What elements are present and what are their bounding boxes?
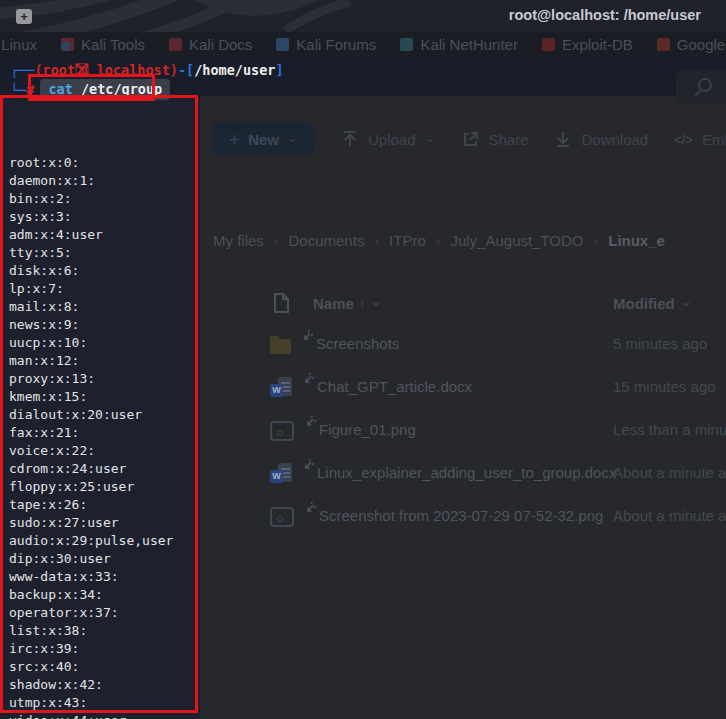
incoming-arrow-icon [302, 373, 315, 386]
terminal-output-line: disk:x:6: [9, 262, 173, 280]
breadcrumb-separator-icon: › [594, 233, 599, 249]
incoming-arrow-icon [301, 330, 314, 343]
terminal-output-line: cdrom:x:24:user [9, 460, 173, 478]
name-column-header[interactable]: Name ↑ ⌄ [313, 295, 381, 312]
breadcrumb-label[interactable]: July_August_TODO [450, 232, 583, 249]
bookmark-item[interactable]: Kali Forums [276, 36, 376, 53]
embed-code-icon: </> [674, 132, 693, 147]
sort-ascending-icon: ↑ [359, 296, 366, 311]
bookmark-item[interactable]: Kali Docs [169, 36, 252, 53]
download-button[interactable]: Download [554, 130, 648, 148]
terminal-output-line: tty:x:5: [9, 244, 173, 262]
share-button[interactable]: Share [461, 130, 528, 148]
kali-dragon-logo [0, 0, 360, 32]
shell-prompt-line2: └─#cat /etc/group [10, 79, 170, 100]
table-row[interactable]: W Screenshots 5 minutes ago [212, 322, 726, 365]
file-name: Linux_explainer_adding_user_to_group.doc… [317, 464, 616, 481]
share-icon [461, 130, 479, 148]
file-name: Screenshot from 2023-07-29 07-52-32.png [319, 507, 603, 524]
terminal-output-line: sys:x:3: [9, 208, 173, 226]
search-icon [692, 76, 714, 98]
upload-button[interactable]: Upload ⌄ [341, 130, 435, 148]
new-button-label: New [248, 131, 279, 148]
chevron-down-icon: ⌄ [287, 131, 298, 144]
breadcrumb-item[interactable]: › Linux_e [584, 232, 665, 249]
command-text: cat /etc/group [40, 79, 170, 100]
terminal-output-line: uucp:x:10: [9, 334, 173, 352]
terminal-output-line: adm:x:4:user [9, 226, 173, 244]
terminal-output-line: shadow:x:42: [9, 676, 173, 694]
terminal-output-line: kmem:x:15: [9, 388, 173, 406]
table-row[interactable]: W Linux_explainer_adding_user_to_group.d… [212, 451, 726, 494]
table-row[interactable]: W Chat_GPT_article.docx 15 minutes ago [212, 365, 726, 408]
bookmark-label: Exploit-DB [562, 36, 633, 53]
file-name: Screenshots [316, 335, 399, 352]
word-document-icon: W [270, 462, 292, 484]
breadcrumb-item[interactable]: › Documents [264, 232, 365, 249]
terminal-output-line: www-data:x:33: [9, 568, 173, 586]
incoming-arrow-icon [304, 416, 317, 429]
chevron-down-icon: ⌄ [425, 131, 436, 144]
command-name: cat [48, 81, 72, 97]
terminal-output-line: lp:x:7: [9, 280, 173, 298]
upload-label: Upload [368, 131, 416, 148]
terminal-output-line: proxy:x:13: [9, 370, 173, 388]
terminal-output-line: sudo:x:27:user [9, 514, 173, 532]
screenshot-root: + New ⌄ Upload ⌄ Share [0, 0, 726, 719]
bookmark-favicon [169, 38, 182, 51]
breadcrumb-item[interactable]: › July_August_TODO [426, 232, 584, 249]
breadcrumb-label[interactable]: My files [213, 232, 264, 249]
terminal-output-line: dialout:x:20:user [9, 406, 173, 424]
image-file-icon [270, 507, 294, 527]
terminal-output-line: audio:x:29:pulse,user [9, 532, 173, 550]
breadcrumb-separator-icon: › [436, 233, 441, 249]
bookmark-favicon [276, 38, 289, 51]
breadcrumb-label[interactable]: Linux_e [608, 232, 665, 249]
terminal-output: root:x:0:daemon:x:1:bin:x:2:sys:x:3:adm:… [9, 100, 173, 719]
table-row[interactable]: W Screenshot from 2023-07-29 07-52-32.pn… [212, 494, 726, 537]
new-tab-button[interactable]: + [16, 9, 32, 24]
terminal-output-line: voice:x:22: [9, 442, 173, 460]
prompt-cwd: /home/user [194, 62, 275, 78]
image-file-icon [270, 421, 294, 441]
modified-column-header[interactable]: Modified ⌄ [613, 295, 692, 312]
terminal-output-line: fax:x:21: [9, 424, 173, 442]
prompt-user-host: (root㉉ localhost) [34, 62, 178, 78]
terminal-output-line: irc:x:39: [9, 640, 173, 658]
file-name: Chat_GPT_article.docx [317, 378, 472, 395]
new-button[interactable]: + New ⌄ [212, 122, 315, 156]
terminal-output-line: floppy:x:25:user [9, 478, 173, 496]
bookmark-favicon [400, 38, 413, 51]
terminal-output-line: tape:x:26: [9, 496, 173, 514]
breadcrumb-item[interactable]: › ITPro [364, 232, 425, 249]
bookmark-label: Google Hacking DB [677, 36, 726, 53]
breadcrumb-label[interactable]: Documents [289, 232, 365, 249]
bookmark-item[interactable]: Exploit-DB [542, 36, 633, 53]
table-row[interactable]: W Figure_01.png Less than a minute ago [212, 408, 726, 451]
shell-prompt-line1: ┌──(root㉉ localhost)-[/home/user] [10, 59, 284, 79]
root-hash-symbol: # [26, 82, 34, 98]
incoming-arrow-icon [304, 502, 317, 515]
file-modified-time: Less than a minute ago [613, 421, 726, 438]
file-name: Figure_01.png [319, 421, 416, 438]
bookmark-label: Kali Linux [0, 36, 37, 53]
bookmark-favicon [542, 38, 555, 51]
window-title: root@localhost: /home/user [509, 7, 701, 23]
bookmark-favicon [657, 38, 670, 51]
bookmark-item[interactable]: Kali Tools [61, 36, 145, 53]
terminal-output-line: utmp:x:43: [9, 694, 173, 712]
bookmark-item[interactable]: Kali NetHunter [400, 36, 518, 53]
download-label: Download [581, 131, 648, 148]
bookmark-item[interactable]: Kali Linux [0, 36, 37, 53]
incoming-arrow-icon [302, 459, 315, 472]
search-button[interactable] [676, 70, 726, 104]
bookmark-item[interactable]: Google Hacking DB [657, 36, 726, 53]
chevron-down-icon: ⌄ [370, 295, 381, 308]
terminal-output-line: dip:x:30:user [9, 550, 173, 568]
embed-button[interactable]: </> Embed [674, 131, 726, 148]
breadcrumb-label[interactable]: ITPro [389, 232, 426, 249]
breadcrumb: › My files › Documents › ITPro › July_Au… [213, 232, 665, 249]
bookmark-label: Kali Tools [81, 36, 145, 53]
breadcrumb-item[interactable]: › My files [213, 232, 264, 249]
terminal-output-line: mail:x:8: [9, 298, 173, 316]
